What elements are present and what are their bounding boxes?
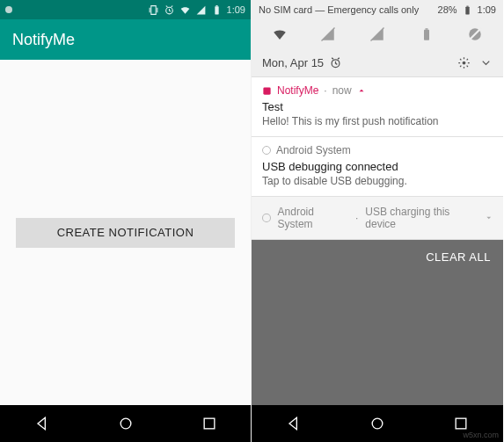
notification-body: Tap to disable USB debugging. (262, 175, 493, 187)
svg-rect-17 (456, 418, 466, 429)
svg-rect-9 (424, 30, 429, 40)
app-icon (262, 86, 272, 96)
settings-gear-icon[interactable] (457, 56, 471, 69)
date-row: Mon, Apr 15 (252, 49, 503, 77)
svg-rect-2 (215, 5, 217, 6)
shade-background: CLEAR ALL (252, 240, 503, 405)
notification-app-name: Android System (278, 206, 348, 230)
status-bar: No SIM card — Emergency calls only 28% 1… (252, 0, 503, 19)
create-notification-button[interactable]: CREATE NOTIFICATION (16, 218, 235, 248)
svg-rect-5 (465, 6, 469, 14)
dot-separator: · (355, 212, 358, 224)
nav-recent-icon[interactable] (452, 415, 470, 432)
svg-point-14 (463, 62, 466, 65)
svg-rect-1 (215, 6, 218, 14)
system-icon (262, 214, 271, 222)
alarm-icon (329, 56, 342, 69)
clear-all-button[interactable]: CLEAR ALL (426, 250, 491, 264)
sim2-icon[interactable] (369, 26, 385, 42)
wifi-toggle-icon[interactable] (272, 26, 288, 42)
status-bar: 1:09 (0, 0, 251, 19)
sim1-icon[interactable] (320, 26, 336, 42)
system-icon (262, 146, 271, 155)
nav-recent-icon[interactable] (201, 415, 218, 432)
main-content: CREATE NOTIFICATION (0, 60, 251, 405)
signal-icon (195, 4, 207, 16)
notification-summary: USB charging this device (365, 206, 477, 230)
battery-icon (211, 4, 223, 16)
svg-rect-10 (425, 28, 427, 30)
nav-home-icon[interactable] (117, 415, 135, 432)
app-bar: NotifyMe (0, 19, 251, 60)
dnd-toggle-icon[interactable] (467, 26, 483, 42)
notification-notifyme[interactable]: NotifyMe · now Test Hello! This is my fi… (252, 77, 503, 137)
date-label: Mon, Apr 15 (262, 56, 324, 69)
app-title: NotifyMe (12, 31, 75, 49)
expand-caret-icon[interactable] (485, 214, 493, 222)
wifi-icon (179, 4, 191, 16)
svg-point-3 (121, 418, 131, 429)
vibrate-icon (148, 4, 159, 16)
sim-status: No SIM card — Emergency calls only (259, 4, 419, 15)
notification-body: Hello! This is my first push notificatio… (262, 115, 493, 127)
dot-separator: · (324, 84, 326, 97)
notification-title: USB debugging connected (262, 160, 493, 173)
notification-app-name: Android System (276, 144, 351, 156)
navigation-bar (0, 405, 251, 442)
alarm-icon (164, 4, 175, 16)
quick-settings-row (252, 19, 503, 49)
battery-pct: 28% (438, 4, 457, 15)
notification-time: now (332, 84, 352, 97)
collapse-caret-icon[interactable] (357, 86, 366, 95)
svg-point-16 (372, 418, 383, 429)
nav-back-icon[interactable] (285, 415, 303, 432)
nav-back-icon[interactable] (33, 415, 51, 432)
svg-rect-6 (466, 5, 468, 6)
notification-usb-debugging[interactable]: Android System USB debugging connected T… (252, 137, 503, 197)
notification-indicator-icon (5, 6, 12, 13)
svg-rect-4 (204, 418, 215, 429)
phone-left: 1:09 NotifyMe CREATE NOTIFICATION (0, 0, 252, 442)
notification-app-name: NotifyMe (277, 84, 318, 97)
phone-right: No SIM card — Emergency calls only 28% 1… (252, 0, 503, 442)
status-time: 1:09 (478, 4, 496, 15)
notification-usb-charging[interactable]: Android System · USB charging this devic… (252, 197, 503, 240)
notification-title: Test (262, 100, 493, 113)
nav-home-icon[interactable] (369, 415, 386, 432)
battery-toggle-icon[interactable] (419, 26, 435, 42)
status-time: 1:09 (227, 4, 245, 15)
watermark: w5xn.com (463, 431, 499, 439)
svg-rect-15 (263, 87, 270, 94)
expand-chevron-icon[interactable] (479, 56, 493, 69)
battery-icon (462, 4, 473, 16)
